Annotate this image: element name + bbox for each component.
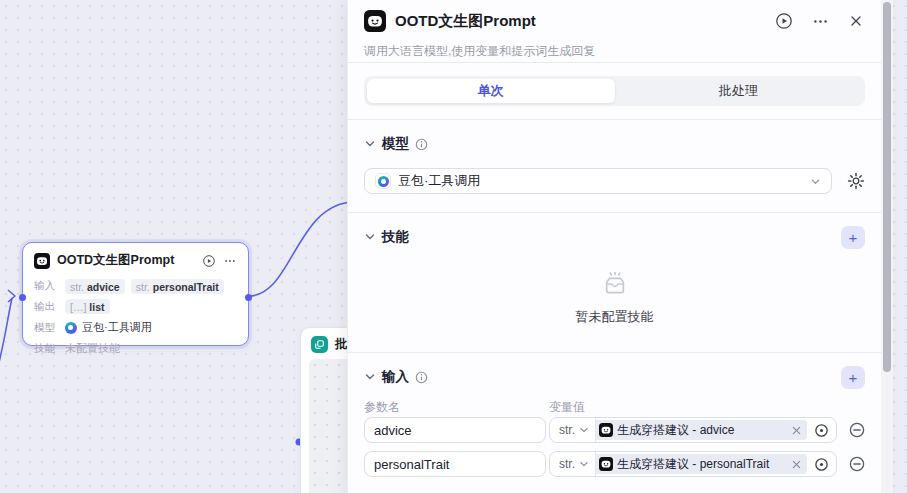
reference-text: 生成穿搭建议 - advice xyxy=(617,422,787,439)
panel-title: OOTD文生图Prompt xyxy=(395,12,775,31)
add-skill-button[interactable]: + xyxy=(841,226,865,249)
run-node-button[interactable] xyxy=(775,12,793,30)
doubao-model-icon xyxy=(65,322,77,334)
param-value-field[interactable]: str. xyxy=(549,451,837,477)
info-icon[interactable] xyxy=(415,371,428,384)
doubao-model-icon xyxy=(375,173,391,189)
chevron-down-icon xyxy=(579,459,589,469)
node-row-model: 模型 豆包·工具调用 xyxy=(34,317,237,338)
remove-row-button[interactable] xyxy=(849,456,865,472)
info-icon[interactable] xyxy=(415,138,428,151)
empty-tray-icon xyxy=(600,271,630,297)
model-section: 模型 豆包·工具调用 xyxy=(348,120,881,213)
batch-icon xyxy=(311,336,328,353)
node-row-output: 输出 […]list xyxy=(34,296,237,317)
node-output-label: 输出 xyxy=(34,300,57,314)
bot-icon xyxy=(34,253,50,269)
node-output-port[interactable] xyxy=(245,294,252,301)
model-select[interactable]: 豆包·工具调用 xyxy=(364,168,832,194)
reference-chip[interactable]: 生成穿搭建议 - advice xyxy=(596,420,807,440)
node-model-label: 模型 xyxy=(34,321,57,335)
inputs-column-headers: 参数名 变量值 xyxy=(364,399,865,417)
input-row: str. xyxy=(364,451,865,477)
tab-batch[interactable]: 批处理 xyxy=(615,79,863,103)
chevron-down-icon[interactable] xyxy=(364,231,376,243)
clear-reference-icon[interactable] xyxy=(792,460,801,469)
chevron-down-icon[interactable] xyxy=(364,138,376,150)
chevron-down-icon xyxy=(810,176,821,187)
type-selector[interactable]: str. xyxy=(550,452,596,476)
edge-outgoing xyxy=(249,202,354,296)
mode-tabs: 单次 批处理 xyxy=(348,63,881,120)
edge-incoming xyxy=(0,298,12,374)
node-summary: 输入 str.advicestr.personalTrait 输出 […]lis… xyxy=(23,273,248,361)
param-name-input[interactable] xyxy=(364,417,546,443)
panel-header: OOTD文生图Prompt xyxy=(348,0,881,63)
node-skill-label: 技能 xyxy=(34,342,57,356)
close-panel-button[interactable] xyxy=(847,12,865,30)
node-row-skill: 技能 未配置技能 xyxy=(34,338,237,359)
param-name-input[interactable] xyxy=(364,451,546,477)
bot-icon xyxy=(599,423,613,437)
inputs-section: 输入 + 参数名 变量值 str. xyxy=(348,353,881,493)
input-row: str. xyxy=(364,417,865,443)
node-title: OOTD文生图Prompt xyxy=(57,252,195,269)
tab-single[interactable]: 单次 xyxy=(367,79,615,103)
node-model-value: 豆包·工具调用 xyxy=(82,320,152,335)
remove-row-button[interactable] xyxy=(849,422,865,438)
llm-node-header: OOTD文生图Prompt xyxy=(23,243,248,273)
param-chip: str.advice xyxy=(65,279,125,294)
node-input-port[interactable] xyxy=(19,294,26,301)
param-chip: str.personalTrait xyxy=(131,279,224,294)
panel-subtitle: 调用大语言模型,使用变量和提示词生成回复 xyxy=(364,43,865,60)
param-value-field[interactable]: str. xyxy=(549,417,837,443)
clear-reference-icon[interactable] xyxy=(792,426,801,435)
bot-icon xyxy=(364,10,386,32)
skills-section-title: 技能 xyxy=(382,228,409,246)
reference-picker-icon[interactable] xyxy=(814,423,829,438)
model-settings-gear-icon[interactable] xyxy=(847,172,865,190)
workflow-editor: 批处理 OOTD文生图Prompt xyxy=(0,0,907,493)
panel-scrollbar-thumb[interactable] xyxy=(883,2,891,372)
skills-section: 技能 + 暂未配置技能 xyxy=(348,213,881,353)
reference-text: 生成穿搭建议 - personalTrait xyxy=(617,456,787,473)
reference-picker-icon[interactable] xyxy=(814,457,829,472)
inputs-section-title: 输入 xyxy=(382,368,409,386)
param-chip: […]list xyxy=(65,299,110,314)
node-input-label: 输入 xyxy=(34,279,57,293)
column-param-name: 参数名 xyxy=(364,399,549,417)
model-section-title: 模型 xyxy=(382,135,409,153)
skills-empty-state: 暂未配置技能 xyxy=(364,249,865,352)
node-run-icon[interactable] xyxy=(202,254,216,268)
node-skill-value: 未配置技能 xyxy=(65,341,120,356)
node-more-icon[interactable] xyxy=(223,254,237,268)
node-config-panel: OOTD文生图Prompt xyxy=(347,0,881,493)
chevron-down-icon xyxy=(579,425,589,435)
panel-scrollbar-track[interactable] xyxy=(881,0,893,493)
skills-empty-text: 暂未配置技能 xyxy=(576,308,654,326)
type-label: str. xyxy=(559,423,575,437)
bot-icon xyxy=(599,457,613,471)
reference-chip[interactable]: 生成穿搭建议 - personalTrait xyxy=(596,454,807,474)
type-selector[interactable]: str. xyxy=(550,418,596,442)
chevron-down-icon[interactable] xyxy=(364,371,376,383)
llm-node-card[interactable]: OOTD文生图Prompt 输入 str.advicestr.personalT… xyxy=(22,242,249,346)
type-label: str. xyxy=(559,457,575,471)
column-param-value: 变量值 xyxy=(549,399,585,417)
add-input-button[interactable]: + xyxy=(841,366,865,389)
more-options-button[interactable] xyxy=(811,12,829,30)
node-row-input: 输入 str.advicestr.personalTrait xyxy=(34,275,237,296)
model-select-value: 豆包·工具调用 xyxy=(398,172,810,190)
